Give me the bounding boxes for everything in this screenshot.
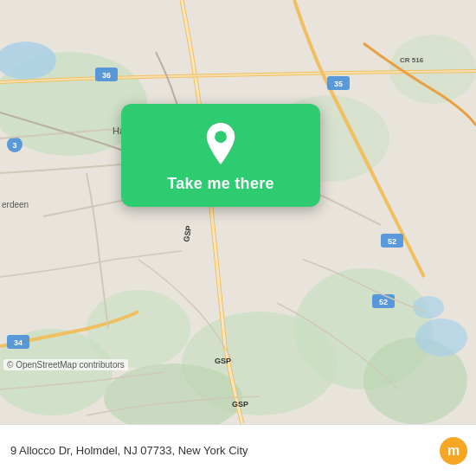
take-me-there-button[interactable]: Take me there — [167, 175, 274, 193]
moovit-letter: m — [447, 443, 460, 459]
address-text: 9 Allocco Dr, Holmdel, NJ 07733, New Yor… — [10, 444, 466, 457]
svg-point-31 — [215, 131, 227, 143]
svg-point-12 — [413, 296, 444, 318]
svg-text:CR 516: CR 516 — [400, 56, 424, 64]
svg-text:52: 52 — [379, 298, 388, 306]
osm-credit: © OpenStreetMap contributors — [3, 359, 128, 370]
card-overlay[interactable]: Take me there — [121, 104, 320, 207]
svg-text:erdeen: erdeen — [2, 200, 29, 209]
svg-text:GSP: GSP — [215, 357, 231, 365]
svg-point-11 — [415, 318, 467, 357]
svg-text:34: 34 — [14, 338, 23, 347]
svg-text:52: 52 — [388, 237, 396, 246]
bottom-bar: 9 Allocco Dr, Holmdel, NJ 07733, New Yor… — [0, 424, 476, 476]
svg-text:GSP: GSP — [232, 400, 248, 408]
moovit-icon: m — [440, 437, 467, 465]
moovit-logo: m — [440, 437, 467, 465]
svg-point-6 — [87, 290, 190, 368]
svg-text:35: 35 — [334, 80, 343, 88]
location-pin-icon — [198, 121, 243, 166]
svg-text:36: 36 — [102, 71, 111, 80]
map-container: GSP GSP GSP 36 35 CR 516 34 3 52 52 — [0, 0, 476, 424]
svg-text:3: 3 — [12, 141, 16, 150]
